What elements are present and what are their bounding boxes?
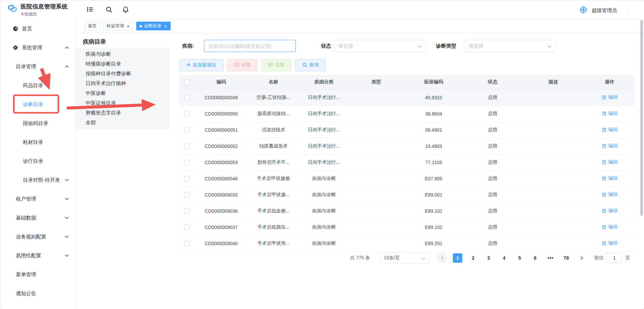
sidebar-item[interactable]: 基础数据	[0, 208, 76, 227]
tab-item[interactable]: 诊断目录×	[136, 22, 171, 30]
page-number[interactable]: 1	[453, 253, 462, 263]
edit-icon	[602, 160, 607, 164]
user-menu[interactable]: 超级管理员	[578, 5, 617, 16]
page-size-select[interactable]: 10条/页	[380, 253, 429, 263]
disease-search-input[interactable]	[204, 40, 296, 52]
chevron-down-icon	[65, 255, 69, 257]
sidebar-item[interactable]: 菜单管理	[0, 265, 76, 284]
edit-icon	[602, 144, 607, 148]
cell-status: 启用	[464, 187, 521, 203]
disease-catalog-item[interactable]: 按病种目录付费诊断	[76, 69, 170, 79]
cell-action: 编辑	[585, 138, 634, 154]
cell-status: 启用	[464, 89, 521, 106]
disease-catalog-item[interactable]: 疾病与诊断	[76, 49, 170, 59]
disable-button[interactable]: 停用	[227, 59, 258, 71]
sidebar-item[interactable]: 国临码目录	[0, 114, 76, 133]
row-checkbox[interactable]	[184, 160, 189, 165]
page-number[interactable]: 78	[561, 253, 571, 263]
sidebar-item[interactable]: 易用性配置	[0, 246, 76, 265]
disease-catalog-item[interactable]: 全部	[76, 118, 170, 128]
chevron-down-icon	[65, 236, 69, 238]
row-checkbox[interactable]	[184, 95, 189, 100]
prev-page-button[interactable]	[437, 253, 447, 263]
sidebar-item[interactable]: 系统管理	[0, 38, 76, 57]
edit-button[interactable]: 编辑	[602, 240, 618, 246]
query-button[interactable]: 查询	[295, 59, 326, 71]
cell-code: CD0000008033	[194, 187, 248, 203]
edit-button[interactable]: 编辑	[602, 94, 618, 100]
sidebar-item[interactable]: 诊疗目录	[0, 152, 76, 171]
edit-button[interactable]: 编辑	[602, 191, 618, 198]
cell-name: 手术后低血糖...	[248, 203, 299, 219]
edit-button[interactable]: 编辑	[602, 175, 618, 181]
edit-icon	[602, 208, 607, 213]
cell-status: 启用	[464, 203, 521, 219]
tabbar: 首页科室管理×诊断目录×	[76, 19, 644, 33]
column-header: 描述	[521, 75, 585, 89]
enable-button[interactable]: 启用	[261, 59, 291, 71]
sidebar-item[interactable]: 首页	[0, 19, 76, 38]
hospital-name: 中联医院	[21, 11, 68, 17]
cell-code: CD0000000050	[194, 106, 248, 122]
add-item-button[interactable]: 添加新项目	[179, 59, 224, 71]
goto-label: 前往	[594, 255, 604, 261]
hospital-cross-icon	[578, 5, 588, 16]
sidebar-item[interactable]: 目录管理	[0, 57, 76, 76]
sidebar-item[interactable]: 诊断目录	[0, 95, 76, 114]
sidebar-item[interactable]: 药品目录	[0, 76, 76, 95]
sidebar-item[interactable]: 租户管理	[0, 189, 76, 208]
tab-item[interactable]: 科室管理×	[103, 22, 133, 30]
scrollbar-thumb[interactable]	[640, 20, 643, 216]
cell-insurance-code: 09.4901	[403, 122, 464, 138]
page-number[interactable]: 4	[499, 253, 509, 263]
tab-close-icon[interactable]: ×	[164, 24, 167, 29]
cell-name: 结膜囊成形术	[248, 138, 299, 154]
sidebar-item[interactable]: 通知公告	[0, 284, 76, 303]
bell-icon[interactable]	[122, 6, 129, 13]
sidebar-item[interactable]: 目录对照-待开发	[0, 171, 76, 189]
chevron-down-icon	[65, 217, 69, 219]
edit-button[interactable]: 编辑	[602, 224, 618, 230]
edit-button[interactable]: 编辑	[602, 159, 618, 165]
sidebar-item[interactable]: 耗材目录	[0, 133, 76, 152]
edit-button[interactable]: 编辑	[602, 110, 618, 117]
disease-catalog-item[interactable]: 特慢病诊断目录	[76, 59, 170, 69]
tab-close-icon[interactable]: ×	[127, 24, 130, 29]
more-pages-button[interactable]: •••	[546, 253, 555, 263]
checkbox-cell	[179, 154, 194, 171]
select-all-checkbox[interactable]	[184, 80, 189, 85]
row-checkbox[interactable]	[184, 144, 189, 149]
sidebar-item[interactable]: 业务规则配置	[0, 227, 76, 246]
disease-catalog-item[interactable]: 中医诊断	[76, 88, 170, 98]
edit-button[interactable]: 编辑	[602, 208, 618, 214]
page-number[interactable]: 6	[530, 253, 540, 263]
circle-minus-icon	[234, 62, 239, 68]
goto-page-input[interactable]	[607, 253, 622, 263]
cell-action: 编辑	[585, 235, 634, 252]
cell-action: 编辑	[585, 122, 634, 138]
row-checkbox[interactable]	[184, 176, 189, 181]
page-number[interactable]: 2	[468, 253, 478, 263]
next-page-button[interactable]	[577, 253, 586, 263]
page-number[interactable]: 3	[484, 253, 493, 263]
row-checkbox[interactable]	[184, 225, 189, 230]
edit-button[interactable]: 编辑	[602, 143, 618, 149]
row-checkbox[interactable]	[184, 208, 189, 214]
cell-type	[349, 235, 403, 252]
menu-fold-icon[interactable]	[87, 6, 93, 12]
cell-action: 编辑	[585, 106, 634, 122]
edit-button[interactable]: 编辑	[602, 127, 618, 133]
row-checkbox[interactable]	[184, 111, 189, 117]
search-icon[interactable]	[106, 6, 113, 13]
tab-item[interactable]: 首页	[85, 22, 100, 30]
diagnosis-type-select[interactable]: 请选择	[464, 40, 556, 52]
row-checkbox[interactable]	[184, 192, 189, 198]
disease-catalog-item[interactable]: 日间手术治疗病种	[76, 79, 170, 88]
checkbox-cell	[179, 138, 194, 154]
status-select[interactable]: 请选择	[334, 40, 426, 52]
row-checkbox[interactable]	[184, 241, 189, 246]
disease-catalog-item[interactable]: 肿瘤形态学目录	[76, 108, 170, 118]
disease-catalog-item[interactable]: 中医证候目录	[76, 98, 170, 108]
row-checkbox[interactable]	[184, 127, 189, 133]
page-number[interactable]: 5	[515, 253, 524, 263]
